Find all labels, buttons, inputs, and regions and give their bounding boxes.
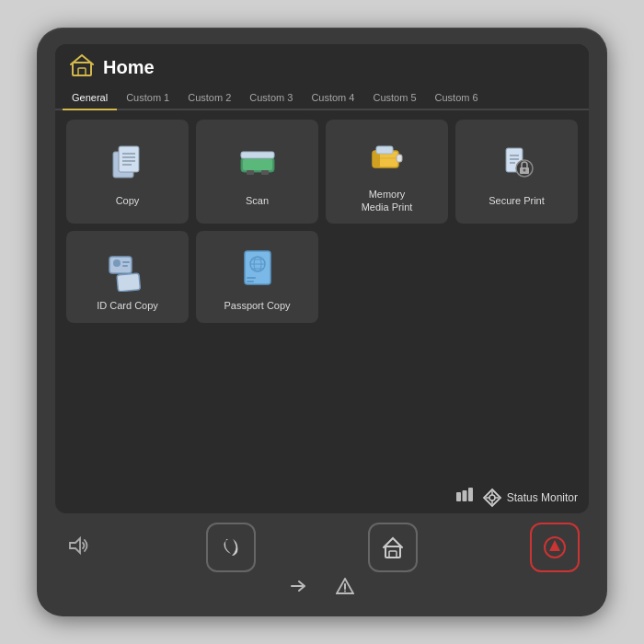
- svg-point-24: [523, 169, 525, 172]
- svg-rect-37: [247, 281, 254, 282]
- passport-copy-label: Passport Copy: [224, 299, 290, 312]
- id-card-copy-label: ID Card Copy: [97, 299, 158, 312]
- copy-button[interactable]: Copy: [66, 120, 189, 224]
- id-card-copy-button[interactable]: ID Card Copy: [66, 231, 189, 323]
- secure-print-label: Secure Print: [489, 194, 545, 207]
- tab-custom2[interactable]: Custom 2: [178, 86, 240, 110]
- svg-point-26: [113, 259, 121, 267]
- svg-point-53: [344, 591, 346, 592]
- volume-icon: [64, 533, 94, 562]
- copy-icon: [104, 139, 152, 187]
- svg-rect-0: [73, 63, 91, 75]
- home-screen-icon: [70, 53, 94, 81]
- warning-icon: [336, 578, 354, 598]
- svg-rect-11: [247, 170, 254, 175]
- id-card-copy-icon: [104, 244, 152, 292]
- svg-point-41: [489, 495, 495, 500]
- svg-rect-25: [109, 257, 132, 273]
- svg-rect-36: [247, 277, 256, 279]
- page-title: Home: [103, 57, 155, 78]
- device-body: Home General Custom 1 Custom 2 Custom 3 …: [37, 28, 607, 616]
- tab-custom1[interactable]: Custom 1: [117, 86, 178, 110]
- svg-marker-46: [70, 538, 80, 553]
- svg-rect-38: [456, 492, 461, 501]
- svg-rect-15: [397, 155, 402, 162]
- secure-print-button[interactable]: Secure Print: [455, 120, 578, 224]
- indicator-row: [290, 578, 354, 602]
- status-monitor-button[interactable]: Status Monitor: [482, 488, 578, 508]
- network-icon: [454, 487, 475, 508]
- forward-arrow-icon: [290, 579, 308, 597]
- svg-rect-9: [243, 159, 272, 170]
- svg-marker-50: [549, 540, 560, 551]
- screen: Home General Custom 1 Custom 2 Custom 3 …: [55, 44, 589, 513]
- tab-general[interactable]: General: [63, 86, 117, 110]
- svg-rect-1: [78, 68, 86, 75]
- svg-rect-27: [122, 261, 130, 263]
- svg-rect-29: [117, 273, 140, 292]
- tab-custom5[interactable]: Custom 5: [363, 86, 425, 110]
- sleep-button[interactable]: [206, 523, 256, 572]
- memory-media-icon: [363, 132, 411, 180]
- tabs-row: General Custom 1 Custom 2 Custom 3 Custo…: [55, 86, 589, 110]
- bottom-controls: [55, 523, 589, 602]
- scan-icon: [234, 139, 282, 187]
- memory-media-print-label: Memory Media Print: [362, 188, 413, 214]
- svg-rect-3: [119, 146, 139, 172]
- tab-custom6[interactable]: Custom 6: [426, 86, 488, 110]
- tab-custom3[interactable]: Custom 3: [240, 86, 302, 110]
- stop-button[interactable]: [530, 523, 580, 572]
- app-grid: Copy Scan: [55, 110, 589, 483]
- svg-rect-39: [462, 490, 466, 501]
- hardware-buttons-row: [55, 523, 589, 572]
- status-monitor-label: Status Monitor: [507, 491, 578, 504]
- home-button[interactable]: [368, 523, 418, 572]
- scan-label: Scan: [246, 194, 269, 207]
- status-bar: Status Monitor: [55, 483, 589, 513]
- tab-custom4[interactable]: Custom 4: [302, 86, 363, 110]
- svg-rect-48: [389, 551, 397, 558]
- svg-rect-28: [122, 265, 128, 267]
- scan-button[interactable]: Scan: [196, 120, 318, 224]
- svg-rect-47: [385, 546, 400, 558]
- svg-rect-10: [241, 152, 274, 158]
- secure-print-icon: [493, 139, 541, 187]
- svg-rect-16: [376, 146, 393, 154]
- svg-rect-12: [261, 170, 269, 175]
- screen-header: Home: [55, 44, 589, 81]
- memory-media-print-button[interactable]: Memory Media Print: [326, 120, 448, 224]
- svg-rect-40: [468, 488, 473, 501]
- copy-label: Copy: [116, 194, 140, 207]
- passport-copy-button[interactable]: Passport Copy: [196, 231, 318, 323]
- passport-copy-icon: [234, 244, 282, 292]
